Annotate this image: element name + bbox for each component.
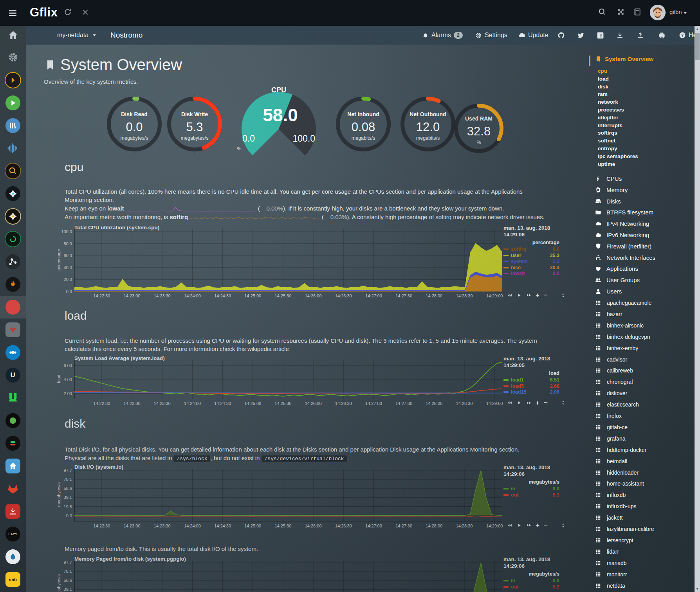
gauge-disk-write[interactable]: Disk Write5.3megabytes/s: [161, 91, 228, 157]
search-icon[interactable]: [598, 8, 606, 16]
menu-app-netdata[interactable]: netdata: [594, 583, 625, 589]
menu-app-mariadb[interactable]: mariadb: [594, 560, 627, 566]
resize-handle[interactable]: [561, 400, 566, 405]
menu-section-network-interfaces[interactable]: Network Interfaces: [594, 254, 655, 261]
menu-app-monitorr[interactable]: monitorr: [594, 571, 627, 578]
menu-app-elasticsearch[interactable]: elasticsearch: [594, 401, 639, 408]
menu-app-firefox[interactable]: firefox: [594, 413, 622, 419]
avatar[interactable]: [650, 5, 666, 20]
menu-sub-uptime[interactable]: uptime: [598, 161, 615, 167]
hamburger-menu-icon[interactable]: [8, 8, 18, 18]
menu-section-memory[interactable]: Memory: [594, 187, 628, 193]
menu-sub-cpu[interactable]: cpu: [598, 68, 607, 74]
menu-app-gitlab-ce[interactable]: gitlab-ce: [594, 424, 628, 430]
unifi-app-button[interactable]: U: [0, 364, 26, 387]
close-tab-icon[interactable]: [81, 8, 90, 16]
menu-app-influxdb[interactable]: influxdb: [594, 492, 626, 498]
menu-sub-interrupts[interactable]: interrupts: [598, 122, 622, 128]
server-dropdown[interactable]: my-netdata: [57, 26, 96, 45]
menu-sub-load[interactable]: load: [598, 76, 609, 82]
emby-app-button[interactable]: [0, 92, 26, 114]
menu-sub-disk[interactable]: disk: [598, 84, 608, 90]
scroll-up-arrow[interactable]: ▲: [695, 26, 700, 32]
magnet-app-app-button[interactable]: [0, 387, 26, 409]
export-button[interactable]: [637, 26, 644, 45]
duckdns-app-button[interactable]: [0, 409, 26, 432]
menu-app-grafana[interactable]: grafana: [594, 435, 625, 442]
home-assistant-app-button[interactable]: [0, 455, 26, 477]
pan-backward-button[interactable]: [507, 523, 512, 528]
menu-app-jackett[interactable]: jackett: [594, 515, 622, 521]
update-button[interactable]: Update: [518, 26, 548, 45]
pan-forward-button[interactable]: [526, 293, 531, 298]
menu-app-hddtemp-docker[interactable]: hddtemp-docker: [594, 447, 646, 453]
zoom-out-button[interactable]: −: [544, 293, 548, 297]
print-button[interactable]: [658, 26, 666, 45]
menu-sub-idlejitter[interactable]: idlejitter: [598, 115, 619, 121]
github-link[interactable]: [557, 26, 565, 45]
pan-forward-button[interactable]: [526, 523, 531, 528]
play-button[interactable]: [517, 293, 522, 298]
settings-button[interactable]: Settings: [475, 26, 507, 45]
gauge-net-inbound[interactable]: Net Inbound0.08megabits/s: [330, 91, 397, 157]
jackett-app-button[interactable]: [0, 160, 26, 182]
menu-app-influxdb-ups[interactable]: influxdb-ups: [594, 503, 637, 509]
changelog-book-icon[interactable]: [633, 8, 642, 16]
pan-forward-button[interactable]: [526, 400, 531, 405]
facebook-link[interactable]: f: [597, 26, 604, 45]
menu-app-home-assistant[interactable]: home-assistant: [594, 480, 644, 487]
pihole-app-button[interactable]: [0, 318, 26, 341]
menu-app-calibreweb[interactable]: calibreweb: [594, 367, 633, 374]
pan-backward-button[interactable]: [507, 400, 512, 405]
menu-section-ipv6-networking[interactable]: IPv6 Networking: [594, 232, 649, 238]
menu-app-bazarr[interactable]: bazarr: [594, 311, 622, 317]
zoom-in-button[interactable]: +: [536, 293, 539, 297]
menu-app-apacheguacamole[interactable]: apacheguacamole: [594, 300, 651, 306]
deluge-app-button[interactable]: [0, 545, 26, 568]
user-menu[interactable]: gilbn: [669, 9, 687, 15]
menu-app-binhex-airsonic[interactable]: binhex-airsonic: [594, 322, 644, 329]
menu-app-hiddenloader[interactable]: hiddenloader: [594, 470, 639, 476]
menu-sub-processes[interactable]: processes: [598, 107, 624, 113]
menu-app-cadvisor[interactable]: cadvisor: [594, 356, 627, 363]
zoom-out-button[interactable]: −: [544, 524, 548, 527]
resize-handle[interactable]: [561, 293, 566, 298]
menu-section-applications[interactable]: Applications: [594, 265, 638, 272]
menu-app-lidarr[interactable]: lidarr: [594, 549, 619, 555]
zoom-in-button[interactable]: +: [536, 401, 539, 405]
lazylibrarian-app-button[interactable]: LAZY: [0, 523, 26, 545]
gauge-disk-read[interactable]: Disk Read0.0megabytes/s: [101, 91, 168, 157]
plex-app-button[interactable]: [0, 69, 26, 92]
zoom-out-button[interactable]: −: [544, 401, 548, 405]
menu-sub-softnet[interactable]: softnet: [598, 138, 615, 144]
twitter-link[interactable]: [577, 26, 585, 45]
play-button[interactable]: [517, 523, 522, 528]
netdata-app-button[interactable]: [0, 296, 26, 318]
menu-section-user-groups[interactable]: User Groups: [594, 277, 640, 283]
menu-app-letsencrypt[interactable]: letsencrypt: [594, 537, 633, 543]
menu-section-disks[interactable]: Disks: [594, 198, 621, 205]
menu-app-chronograf[interactable]: chronograf: [594, 379, 633, 385]
pan-backward-button[interactable]: [507, 293, 512, 298]
play-button[interactable]: [517, 400, 522, 405]
nextcloud-app-button[interactable]: [0, 341, 26, 364]
radarr-app-button[interactable]: [0, 205, 26, 228]
airsonic-app-button[interactable]: [0, 137, 26, 160]
menu-section-cpus[interactable]: CPUs: [594, 175, 622, 182]
menu-app-lazylibrarian-calibre[interactable]: lazylibrarian-calibre: [594, 526, 654, 532]
menu-section-firewall-netfilter-[interactable]: Firewall (netfilter): [594, 243, 651, 250]
menu-app-binhex-emby[interactable]: binhex-emby: [594, 345, 638, 351]
sonarr-app-button[interactable]: [0, 182, 26, 205]
menu-system-overview[interactable]: System Overview: [595, 56, 653, 62]
sabnzbd-app-button[interactable]: sab: [0, 568, 26, 591]
gitlab-app-button[interactable]: [0, 477, 26, 500]
menu-sub-entropy[interactable]: entropy: [598, 146, 617, 151]
menu-sub-ram[interactable]: ram: [598, 91, 608, 97]
home-app-button[interactable]: [0, 23, 26, 46]
scroll-down-arrow[interactable]: ▼: [695, 586, 700, 592]
import-button[interactable]: [616, 26, 624, 45]
monitorr-app-button[interactable]: [0, 432, 26, 455]
youtube-dl-app-button[interactable]: [0, 500, 26, 523]
fullscreen-icon[interactable]: [617, 8, 625, 16]
scrollbar-thumb[interactable]: [695, 33, 700, 60]
